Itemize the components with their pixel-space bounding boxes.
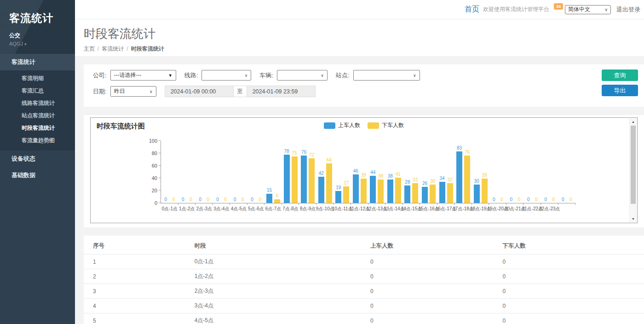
bar-group: 1566点-7点 (264, 141, 282, 203)
bar-column: 0 (214, 197, 220, 203)
sidebar-item-1[interactable]: 客流统计 (0, 54, 75, 70)
bar[interactable] (266, 194, 272, 203)
table-cell: 5 (84, 313, 191, 324)
bar-column: 41 (395, 172, 401, 203)
x-axis-label: 4点-5点 (231, 206, 247, 212)
bar-value-label: 0 (207, 197, 210, 202)
bar[interactable] (464, 156, 470, 203)
bar[interactable] (343, 186, 349, 203)
bar[interactable] (412, 183, 418, 203)
bar-group: 463911点-12点 (351, 141, 368, 203)
table-row: 21点-2点00 (84, 269, 644, 284)
bar-column: 27 (343, 181, 349, 203)
language-select[interactable]: 简体中文∨ (565, 5, 611, 14)
filter-row-2: 日期: 昨日∨ 2024-01-09 00:00 至 2024-01-09 23… (93, 86, 638, 97)
bar[interactable] (439, 182, 445, 203)
bar[interactable] (335, 191, 341, 203)
bar[interactable] (353, 174, 359, 203)
bar[interactable] (447, 183, 453, 203)
bar[interactable] (395, 178, 401, 203)
bar-value-label: 27 (344, 181, 349, 185)
scroll-down-icon[interactable]: ▼ (630, 217, 637, 220)
sidebar-subitem[interactable]: 线路客流统计 (0, 97, 75, 110)
bar-group: 0020点-21点 (506, 141, 524, 203)
bar[interactable] (326, 163, 332, 203)
bar[interactable] (387, 179, 393, 203)
chart-vertical-scrollbar[interactable]: ▲ ▼ (629, 118, 637, 222)
bar[interactable] (404, 185, 410, 203)
bar-column: 76 (464, 150, 470, 203)
bar-value-label: 0 (224, 197, 227, 202)
sidebar-item-3[interactable]: 基础数据 (0, 167, 75, 184)
home-link[interactable]: 首页 (465, 5, 479, 14)
chevron-down-icon: ∨ (413, 73, 416, 78)
bar-column: 30 (430, 179, 436, 203)
sidebar-item-2[interactable]: 设备状态 (0, 150, 75, 167)
bar[interactable] (430, 185, 436, 203)
legend-item[interactable]: 上车人数 (324, 122, 360, 129)
bar[interactable] (474, 185, 480, 203)
date-to-input[interactable]: 2024-01-09 23:59 (247, 86, 316, 97)
query-button[interactable]: 查询 (602, 69, 638, 81)
sidebar-submenu: 客流明细客流汇总线路客流统计站点客流统计时段客流统计客流量趋势图 (0, 70, 75, 150)
bar-group: 76728点-9点 (299, 141, 316, 203)
bar-value-label: 44 (370, 170, 375, 175)
line-select[interactable]: ∨ (201, 70, 251, 81)
y-axis-tick-label: 20 (142, 188, 157, 193)
bar[interactable] (274, 199, 280, 203)
bar[interactable] (422, 187, 428, 203)
bar-column: 78 (284, 149, 290, 203)
bar[interactable] (370, 176, 376, 203)
bar[interactable] (309, 158, 315, 203)
sidebar-subitem[interactable]: 客流量趋势图 (0, 134, 75, 147)
date-preset-select[interactable]: 昨日∨ (110, 86, 156, 97)
vehicle-select[interactable]: ∨ (277, 70, 328, 81)
bar[interactable] (361, 179, 367, 203)
bar-group: 283214点-15点 (403, 141, 420, 203)
bar-group: 000点-1点 (161, 141, 178, 203)
bar-column: 0 (163, 197, 169, 203)
bar-column: 0 (560, 197, 566, 203)
bar[interactable] (482, 179, 488, 203)
bar-value-label: 78 (284, 149, 289, 154)
table-header-row: 序号 时段 上车人数 下车人数 (84, 237, 644, 255)
export-button[interactable]: 导出 (602, 85, 638, 96)
sidebar-subitem[interactable]: 站点客流统计 (0, 110, 75, 122)
bar[interactable] (318, 177, 324, 203)
breadcrumb-item[interactable]: 主页 (84, 46, 95, 52)
sidebar-subitem[interactable]: 客流明细 (0, 72, 75, 85)
bar-value-label: 0 (242, 197, 244, 202)
bar[interactable] (301, 156, 307, 203)
x-axis-label: 9点-10点 (316, 206, 334, 212)
bar-column: 26 (422, 181, 428, 203)
bar[interactable] (378, 179, 384, 203)
bar-group: 78757点-8点 (282, 141, 299, 203)
scrollbar-thumb[interactable] (631, 126, 636, 204)
logout-link[interactable]: 退出登录 (616, 6, 640, 14)
bar[interactable] (456, 151, 462, 203)
org-code-dropdown[interactable]: AQGJ ▾ (9, 41, 75, 46)
date-from-input[interactable]: 2024-01-09 00:00 (165, 86, 234, 97)
bar-group: 005点-6点 (247, 141, 265, 203)
bar[interactable] (292, 156, 298, 203)
legend-label: 下车人数 (382, 122, 404, 129)
bar-value-label: 30 (474, 179, 479, 184)
company-label: 公司: (93, 71, 107, 80)
station-select[interactable]: ∨ (353, 70, 420, 81)
bar-value-label: 38 (378, 174, 383, 179)
x-axis-label: 5点-6点 (248, 206, 264, 212)
bar-column: 6 (274, 194, 280, 203)
chart-legend: 上车人数下车人数 (91, 122, 637, 129)
breadcrumb-item[interactable]: 客流统计 (102, 46, 124, 52)
bar-value-label: 28 (405, 180, 410, 185)
bar-column: 38 (378, 174, 384, 203)
sidebar-subitem[interactable]: 客流汇总 (0, 85, 75, 97)
company-select[interactable]: ---请选择---▼ (110, 70, 176, 81)
scroll-up-icon[interactable]: ▲ (630, 120, 637, 123)
x-axis-label: 8点-9点 (300, 206, 316, 212)
bar-column: 30 (474, 179, 480, 203)
legend-item[interactable]: 下车人数 (368, 122, 404, 129)
bar[interactable] (284, 155, 290, 203)
sidebar-subitem[interactable]: 时段客流统计 (0, 122, 75, 134)
breadcrumb-separator: / (98, 46, 99, 52)
